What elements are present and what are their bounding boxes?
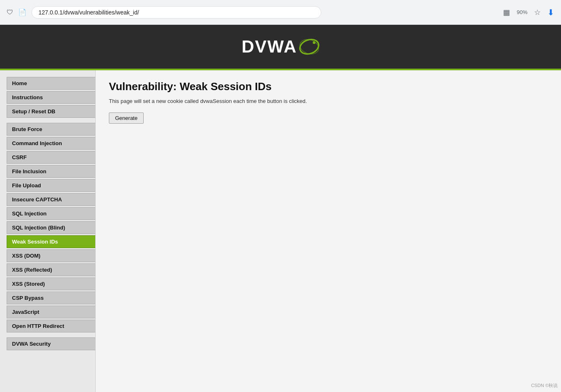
sidebar-item-xss-reflected[interactable]: XSS (Reflected): [7, 263, 96, 276]
page-icon: 📄: [18, 8, 26, 16]
star-icon[interactable]: ☆: [534, 8, 541, 17]
dvwa-header: DVWA: [0, 25, 561, 70]
sidebar-item-instructions[interactable]: Instructions: [7, 91, 96, 104]
sidebar-item-dvwa-security[interactable]: DVWA Security: [7, 337, 96, 350]
sidebar-item-csrf[interactable]: CSRF: [7, 151, 96, 164]
sidebar-item-sql-injection-blind[interactable]: SQL Injection (Blind): [7, 221, 96, 234]
browser-chrome: 🛡 📄 127.0.0.1/dvwa/vulnerabilities/weak_…: [0, 0, 561, 25]
svg-point-1: [299, 37, 320, 56]
sidebar-item-brute-force[interactable]: Brute Force: [7, 123, 96, 136]
dvwa-logo-swirl: [299, 36, 320, 57]
sidebar-item-command-injection[interactable]: Command Injection: [7, 137, 96, 150]
sidebar-group-2: Brute Force Command Injection CSRF File …: [7, 123, 95, 332]
sidebar-item-xss-dom[interactable]: XSS (DOM): [7, 249, 96, 262]
sidebar-item-file-upload[interactable]: File Upload: [7, 179, 96, 192]
browser-actions: ▦ 90% ☆ ⬇: [503, 7, 554, 17]
qr-icon[interactable]: ▦: [503, 8, 510, 17]
address-bar[interactable]: 127.0.0.1/dvwa/vulnerabilities/weak_id/: [31, 6, 321, 19]
svg-point-2: [313, 41, 315, 44]
url-text: 127.0.0.1/dvwa/vulnerabilities/weak_id/: [39, 9, 139, 16]
sidebar-item-open-http-redirect[interactable]: Open HTTP Redirect: [7, 320, 96, 332]
sidebar-item-javascript[interactable]: JavaScript: [7, 306, 96, 318]
dvwa-logo-text: DVWA: [242, 37, 297, 57]
zoom-level: 90%: [517, 9, 527, 15]
sidebar-group-1: Home Instructions Setup / Reset DB: [7, 77, 95, 118]
sidebar-item-insecure-captcha[interactable]: Insecure CAPTCHA: [7, 193, 96, 206]
sidebar-item-csp-bypass[interactable]: CSP Bypass: [7, 292, 96, 304]
sidebar-item-xss-stored[interactable]: XSS (Stored): [7, 277, 96, 290]
dvwa-logo: DVWA: [242, 36, 320, 57]
sidebar-group-3: DVWA Security: [7, 337, 95, 350]
content-area: Vulnerability: Weak Session IDs This pag…: [95, 70, 561, 392]
sidebar-item-weak-session-ids[interactable]: Weak Session IDs: [7, 235, 96, 248]
main-content: Home Instructions Setup / Reset DB Brute…: [0, 70, 561, 392]
sidebar: Home Instructions Setup / Reset DB Brute…: [0, 70, 95, 392]
page-title: Vulnerability: Weak Session IDs: [109, 80, 548, 93]
sidebar-item-file-inclusion[interactable]: File Inclusion: [7, 165, 96, 178]
watermark: CSDN ©秋说: [531, 382, 558, 389]
sidebar-item-home[interactable]: Home: [7, 77, 96, 90]
page-description: This page will set a new cookie called d…: [109, 98, 548, 104]
sidebar-item-sql-injection[interactable]: SQL Injection: [7, 207, 96, 220]
download-icon[interactable]: ⬇: [547, 7, 554, 17]
sidebar-item-setup-reset-db[interactable]: Setup / Reset DB: [7, 105, 96, 118]
generate-button[interactable]: Generate: [109, 112, 144, 124]
shield-icon: 🛡: [7, 9, 13, 16]
page-wrapper: DVWA Home Instructions Setup / Reset DB …: [0, 25, 561, 392]
